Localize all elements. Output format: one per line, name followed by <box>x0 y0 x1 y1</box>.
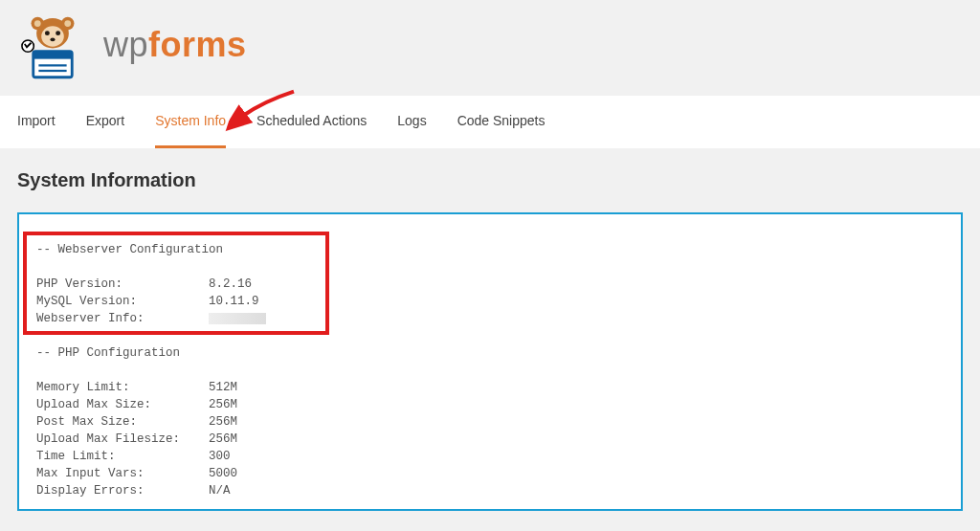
system-info-report[interactable]: -- Webserver Configuration PHP Version: … <box>23 233 957 507</box>
page-title: System Information <box>17 169 963 191</box>
svg-point-4 <box>34 20 41 27</box>
tools-tabs: Import Export System Info Scheduled Acti… <box>0 96 980 148</box>
svg-point-8 <box>50 38 55 42</box>
system-info-box[interactable]: -- Webserver Configuration PHP Version: … <box>17 212 963 511</box>
webserver-info-redacted <box>209 313 266 324</box>
memory-limit-label: Memory Limit: <box>36 381 130 394</box>
header-bar: wpforms <box>0 0 980 96</box>
section-webserver-config: -- Webserver Configuration <box>36 243 223 256</box>
svg-rect-10 <box>33 52 73 59</box>
section-php-config: -- PHP Configuration <box>36 346 180 360</box>
tab-logs[interactable]: Logs <box>397 96 426 148</box>
logo: wpforms <box>17 10 247 80</box>
upload-max-size-label: Upload Max Size: <box>36 398 151 411</box>
upload-max-filesize-value: 256M <box>209 432 237 446</box>
time-limit-value: 300 <box>209 450 231 463</box>
mysql-version-label: MySQL Version: <box>36 295 137 308</box>
max-input-vars-label: Max Input Vars: <box>36 467 145 480</box>
tab-system-info[interactable]: System Info <box>155 96 226 148</box>
upload-max-size-value: 256M <box>209 398 237 411</box>
php-version-label: PHP Version: <box>36 277 122 291</box>
tab-import[interactable]: Import <box>17 96 56 148</box>
brand-name: forms <box>148 25 247 64</box>
content-area: System Information -- Webserver Configur… <box>0 148 980 511</box>
mysql-version-value: 10.11.9 <box>209 295 259 308</box>
svg-point-7 <box>56 31 60 35</box>
tab-scheduled-actions[interactable]: Scheduled Actions <box>256 96 367 148</box>
post-max-size-label: Post Max Size: <box>36 415 137 429</box>
brand-wordmark: wpforms <box>103 25 247 65</box>
time-limit-label: Time Limit: <box>36 450 116 463</box>
webserver-info-label: Webserver Info: <box>36 312 145 325</box>
display-errors-label: Display Errors: <box>36 484 145 498</box>
php-version-value: 8.2.16 <box>209 277 252 291</box>
memory-limit-value: 512M <box>209 381 237 394</box>
display-errors-value: N/A <box>209 484 231 498</box>
brand-prefix: wp <box>103 25 148 64</box>
svg-point-5 <box>64 20 71 27</box>
wpforms-mascot-icon <box>17 10 88 80</box>
tab-export[interactable]: Export <box>86 96 124 148</box>
svg-point-1 <box>41 26 64 46</box>
tab-code-snippets[interactable]: Code Snippets <box>457 96 546 148</box>
svg-point-6 <box>45 31 50 35</box>
post-max-size-value: 256M <box>209 415 237 429</box>
max-input-vars-value: 5000 <box>209 467 237 480</box>
upload-max-filesize-label: Upload Max Filesize: <box>36 432 180 446</box>
